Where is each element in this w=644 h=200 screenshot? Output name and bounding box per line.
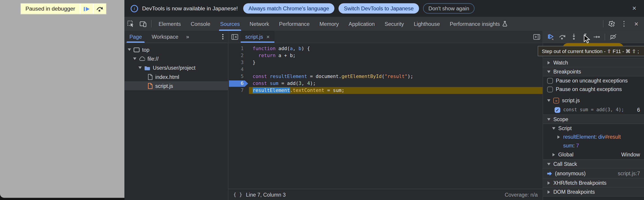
breakpoint-code: const sum = add(3, 4); — [563, 107, 624, 113]
step-icon — [593, 33, 600, 40]
breakpoint-entry[interactable]: ✓ const sum = add(3, 4); 6 — [543, 105, 644, 115]
tab-elements[interactable]: Elements — [154, 17, 186, 31]
navigator-menu-icon[interactable] — [222, 34, 223, 39]
panel-right-icon — [533, 34, 540, 40]
code-text[interactable]: function add(a, b) { — [249, 45, 543, 52]
var-name: sum — [563, 143, 573, 149]
scope-script-group[interactable]: Script — [543, 124, 644, 133]
tab-memory[interactable]: Memory — [314, 17, 344, 31]
chevron-down-icon[interactable] — [128, 48, 131, 51]
tab-sources[interactable]: Sources — [215, 17, 245, 31]
deactivate-breakpoints-button[interactable] — [608, 32, 618, 41]
chevron-down-icon — [547, 99, 550, 102]
line-number[interactable]: 5 — [228, 73, 249, 80]
chevron-down-icon — [547, 118, 550, 120]
step-over-button[interactable] — [94, 3, 106, 14]
navigator-tab-workspace[interactable]: Workspace — [147, 31, 183, 43]
inspect-cursor-icon — [127, 20, 134, 27]
tree-item-script-js[interactable]: script.js — [124, 81, 228, 90]
tab-performance[interactable]: Performance — [274, 17, 315, 31]
line-number[interactable]: 3 — [228, 59, 249, 66]
scope-var-result-element[interactable]: resultElement: div#result — [543, 133, 644, 141]
navigator-tab-page[interactable]: Page — [124, 31, 147, 43]
line-number[interactable]: 7 — [228, 87, 249, 94]
pause-uncaught-exceptions-row[interactable]: Pause on uncaught exceptions — [543, 76, 644, 85]
frame-name: (anonymous) — [555, 170, 586, 176]
section-watch[interactable]: Watch — [543, 58, 644, 67]
more-tabs-icon[interactable]: » — [183, 34, 192, 40]
chevron-right-icon — [552, 153, 555, 156]
chevron-down-icon[interactable] — [138, 66, 142, 69]
pause-caught-exceptions-row[interactable]: Pause on caught exceptions — [543, 85, 644, 93]
hide-navigator-button[interactable] — [228, 34, 241, 40]
settings-button[interactable] — [606, 17, 618, 31]
device-toolbar-button[interactable] — [137, 17, 149, 31]
chevron-down-icon — [552, 127, 555, 129]
step-into-button[interactable] — [568, 32, 579, 41]
step-into-icon — [570, 33, 577, 40]
tree-item-index-html[interactable]: index.html — [124, 72, 228, 81]
notification-message: DevTools is now available in Japanese! — [142, 5, 238, 11]
tree-item-top[interactable]: top — [124, 45, 228, 54]
pretty-print-icon[interactable]: { } — [233, 192, 242, 198]
breakpoint-line-number[interactable]: 6 — [228, 80, 249, 87]
notification-close-icon[interactable]: × — [630, 4, 638, 12]
chevron-right-icon — [548, 190, 550, 194]
tab-console[interactable]: Console — [186, 17, 215, 31]
section-call-stack[interactable]: Call Stack — [543, 159, 644, 169]
breakpoint-file-group[interactable]: ‹› script.js — [543, 96, 644, 105]
step-over-button[interactable] — [557, 32, 568, 41]
checkbox-unchecked[interactable] — [547, 86, 553, 92]
section-dom-breakpoints[interactable]: DOM Breakpoints — [543, 187, 644, 197]
code-text[interactable] — [249, 66, 543, 73]
checkbox-unchecked[interactable] — [547, 78, 553, 84]
tab-security[interactable]: Security — [380, 17, 409, 31]
navigator-header: Page Workspace » — [124, 31, 228, 43]
scope-var-sum[interactable]: sum: 7 — [543, 141, 644, 150]
editor-tab-script-js[interactable]: script.js × — [241, 31, 274, 43]
resume-icon — [83, 6, 90, 12]
code-line: 2 return a + b; — [228, 52, 542, 59]
checkbox-checked[interactable]: ✓ — [554, 107, 560, 113]
spacer — [543, 93, 644, 95]
section-xhr-breakpoints[interactable]: XHR/fetch Breakpoints — [543, 178, 644, 188]
frame-icon — [134, 47, 140, 52]
code-text[interactable]: const resultElement = document.getElemen… — [249, 73, 543, 80]
scope-global-group[interactable]: Global Window — [543, 150, 644, 159]
toolbar-divider-right — [603, 20, 604, 27]
call-stack-frame[interactable]: (anonymous) script.js:7 — [543, 169, 644, 178]
always-match-language-button[interactable]: Always match Chrome's language — [243, 3, 334, 14]
code-text[interactable]: resultElement.textContent = sum; — [249, 87, 543, 94]
code-line: 5const resultElement = document.getEleme… — [228, 73, 542, 80]
devtools-close-button[interactable]: × — [630, 17, 642, 31]
step-button[interactable] — [591, 32, 602, 41]
tab-lighthouse[interactable]: Lighthouse — [409, 17, 445, 31]
tree-item-file-protocol[interactable]: file:// — [124, 54, 228, 63]
show-debugger-sidebar-button[interactable] — [530, 34, 543, 40]
code-text[interactable]: return a + b; — [249, 52, 543, 59]
dont-show-again-button[interactable]: Don't show again — [423, 3, 474, 14]
code-text[interactable]: const sum = add(3, 4); — [249, 80, 543, 87]
code-text[interactable]: } — [249, 59, 543, 66]
code-line: 6const sum = add(3, 4); — [228, 80, 542, 87]
paused-message-zone: Step out of current function - ⇧ F11 - ⌘… — [543, 43, 644, 58]
inspect-element-button[interactable] — [124, 17, 137, 31]
line-number[interactable]: 1 — [228, 45, 249, 52]
tab-performance-insights[interactable]: Performance insights — [445, 17, 512, 31]
chevron-down-icon[interactable] — [133, 57, 136, 60]
resume-script-button[interactable] — [80, 3, 93, 14]
tab-network[interactable]: Network — [245, 17, 274, 31]
code-line: 4 — [228, 66, 542, 73]
line-number[interactable]: 2 — [228, 52, 249, 59]
tree-item-project-folder[interactable]: Users/user/project — [124, 63, 228, 72]
tab-close-icon[interactable]: × — [266, 34, 270, 40]
devtools-menu-button[interactable] — [618, 17, 630, 31]
section-breakpoints[interactable]: Breakpoints — [543, 67, 644, 76]
device-toolbar-icon — [140, 21, 146, 27]
resume-button[interactable] — [545, 32, 556, 41]
section-scope[interactable]: Scope — [543, 115, 644, 124]
switch-to-japanese-button[interactable]: Switch DevTools to Japanese — [338, 3, 419, 14]
code-area[interactable]: 1function add(a, b) {2 return a + b;3}45… — [228, 43, 542, 189]
line-number[interactable]: 4 — [228, 66, 249, 73]
tab-application[interactable]: Application — [344, 17, 380, 31]
